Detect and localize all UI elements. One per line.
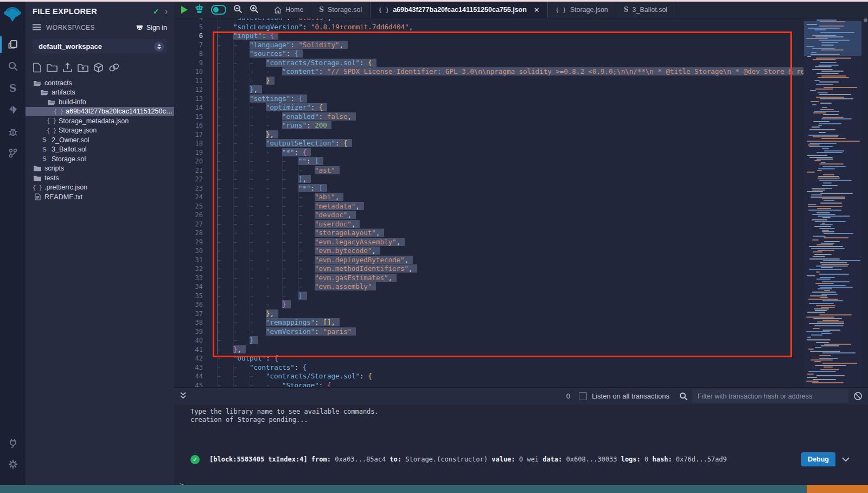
code-line[interactable]: 37→→→},: [174, 309, 803, 319]
sidebar-item-solidity-compiler[interactable]: S: [0, 77, 25, 99]
code-line[interactable]: 27→→→→→→"userdoc",: [174, 220, 803, 229]
tab-a69b43f277ba20fcac141151250ca755-json[interactable]: { }a69b43f277ba20fcac141151250ca755.json…: [370, 2, 548, 18]
code-line[interactable]: 20→→→→→"": [: [174, 157, 803, 166]
minimap-viewport[interactable]: [804, 21, 861, 56]
new-file-icon[interactable]: [33, 62, 42, 73]
file-tree-item[interactable]: build-info: [25, 97, 174, 107]
workspace-select[interactable]: default_workspace: [33, 39, 167, 54]
code-line[interactable]: 26→→→→→→"devdoc",: [174, 211, 803, 220]
code-line[interactable]: 24→→→→→→"abi",: [174, 193, 803, 202]
code-line[interactable]: 10→→→→"content": "// SPDX-License-Identi…: [174, 67, 803, 77]
code-line[interactable]: 23→→→→→"*": [: [174, 184, 803, 193]
zoom-in-icon[interactable]: [250, 4, 259, 16]
code-line[interactable]: 29→→→→→→"evm.legacyAssembly",: [174, 238, 803, 247]
sidebar-item-git[interactable]: [0, 142, 25, 164]
new-folder-icon[interactable]: [47, 62, 58, 73]
panel-expand-icon[interactable]: ›: [165, 7, 168, 16]
file-tree-item[interactable]: { }.prettierrc.json: [25, 183, 174, 193]
code-line[interactable]: 7→→"language": "Solidity",: [174, 41, 803, 50]
remix-logo-icon[interactable]: [3, 5, 22, 24]
code-line[interactable]: 28→→→→→→"storageLayout",: [174, 229, 803, 238]
code-line[interactable]: 36→→→→}: [174, 300, 803, 309]
copilot-toggle[interactable]: [211, 5, 226, 15]
code-line[interactable]: 40→→}: [174, 336, 803, 345]
sidebar-item-plugin-manager[interactable]: [0, 432, 25, 453]
code-line[interactable]: 21→→→→→→"ast": [174, 166, 803, 175]
sidebar-item-search[interactable]: [0, 55, 25, 77]
file-tree-item[interactable]: { }Storage_metadata.json: [25, 116, 174, 126]
terminal-collapse-icon[interactable]: [180, 391, 187, 401]
file-tree-item[interactable]: contracts: [25, 78, 174, 88]
link-icon[interactable]: [108, 62, 120, 73]
line-number: 19: [174, 148, 203, 157]
editor-scrollbar[interactable]: [864, 18, 867, 22]
close-tab-icon[interactable]: ✕: [534, 6, 540, 14]
code-line[interactable]: 11→→→}: [174, 77, 803, 86]
transaction-filter-input[interactable]: [692, 389, 848, 403]
code-line[interactable]: 42→"output": {: [174, 354, 803, 363]
file-tree-item[interactable]: scripts: [25, 164, 174, 174]
file-tree-item[interactable]: S2_Owner.sol: [25, 135, 174, 145]
tab-storage-sol[interactable]: SStorage.sol: [311, 2, 370, 18]
upload-folder-icon[interactable]: [78, 62, 88, 73]
code-line[interactable]: 39→→→"evmVersion": "paris": [174, 327, 803, 337]
code-line[interactable]: 33→→→→→→"evm.gasEstimates",: [174, 274, 803, 283]
code-line[interactable]: 13→→"settings": {: [174, 94, 803, 104]
code-line[interactable]: 8→→"sources": {: [174, 49, 803, 59]
status-alert-segment[interactable]: [807, 485, 868, 493]
sidebar-item-settings[interactable]: [0, 453, 25, 475]
code-editor[interactable]: 4→"solcVersion": "0.8.19",5→"solcLongVer…: [174, 18, 868, 387]
minimap[interactable]: [804, 18, 861, 387]
code-line[interactable]: 38→→→"remappings": [],: [174, 318, 803, 327]
code-line[interactable]: 18→→→"outputSelection": {: [174, 139, 803, 148]
zoom-out-icon[interactable]: [233, 4, 242, 16]
remixai-robot-icon[interactable]: [195, 4, 204, 16]
transaction-log-row[interactable]: ✓ [block:5583405 txIndex:4] from: 0xa03.…: [190, 452, 850, 466]
workspace-dropdown-icon[interactable]: [154, 42, 164, 52]
sidebar-item-deploy-run[interactable]: [0, 99, 25, 121]
code-line[interactable]: 16→→→→"runs": 200: [174, 121, 803, 130]
code-line[interactable]: 6→"input": {: [174, 31, 803, 41]
workspaces-menu-icon[interactable]: [33, 23, 41, 33]
file-tree-item[interactable]: artifacts: [25, 88, 174, 98]
code-line[interactable]: 12→→},: [174, 85, 803, 94]
run-script-button[interactable]: [181, 6, 188, 14]
terminal-search-icon[interactable]: [679, 392, 688, 401]
code-line[interactable]: 22→→→→→],: [174, 175, 803, 184]
code-line[interactable]: 15→→→→"enabled": false,: [174, 112, 803, 122]
code-line[interactable]: 30→→→→→→"evm.bytecode",: [174, 246, 803, 256]
listen-all-checkbox[interactable]: [579, 392, 587, 400]
code-line[interactable]: 14→→→"optimizer": {: [174, 103, 803, 112]
sign-in-button[interactable]: Sign in: [136, 24, 167, 31]
code-line[interactable]: 35→→→→→]: [174, 292, 803, 301]
tx-expand-icon[interactable]: [842, 457, 850, 462]
code-line[interactable]: 34→→→→→→"evm.assembly": [174, 282, 803, 292]
sidebar-item-file-explorer[interactable]: [0, 34, 25, 55]
sidebar-item-debugger[interactable]: [0, 121, 25, 142]
code-line[interactable]: 41→},: [174, 345, 803, 355]
code-line[interactable]: 31→→→→→→"evm.deployedBytecode",: [174, 256, 803, 265]
debug-button[interactable]: Debug: [801, 452, 835, 466]
upload-file-icon[interactable]: [62, 62, 73, 73]
code-line[interactable]: 17→→→},: [174, 130, 803, 140]
file-tree-item[interactable]: { }Storage.json: [25, 126, 174, 136]
file-tree-item[interactable]: tests: [25, 173, 174, 183]
code-line[interactable]: 43→→"contracts": {: [174, 363, 803, 372]
template-cube-icon[interactable]: [93, 62, 104, 73]
file-tree-item[interactable]: SStorage.sol: [25, 154, 174, 164]
tab-3-ballot-sol[interactable]: S3_Ballot.sol: [616, 2, 675, 18]
code-line[interactable]: 25→→→→→→"metadata",: [174, 202, 803, 211]
code-line[interactable]: 32→→→→→→"evm.methodIdentifiers",: [174, 264, 803, 274]
code-line[interactable]: 44→→→"contracts/Storage.sol": {: [174, 372, 803, 381]
file-tree-item[interactable]: { }a69b43f277ba20fcac141151250ca7...: [25, 107, 174, 117]
code-line[interactable]: 4→"solcVersion": "0.8.19",: [174, 18, 803, 23]
code-line[interactable]: 5→"solcLongVersion": "0.8.19+commit.7dd6…: [174, 23, 803, 32]
clear-console-icon[interactable]: [853, 391, 863, 401]
code-line[interactable]: 45→→→→"Storage": {: [174, 381, 803, 388]
file-tree-item[interactable]: S3_Ballot.sol: [25, 145, 174, 155]
tab-home[interactable]: Home: [266, 2, 311, 18]
file-tree-item[interactable]: README.txt: [25, 192, 174, 202]
code-line[interactable]: 9→→→"contracts/Storage.sol": {: [174, 59, 803, 68]
tab-storage-json[interactable]: { }Storage.json: [548, 2, 616, 18]
code-line[interactable]: 19→→→→"*": {: [174, 148, 803, 157]
